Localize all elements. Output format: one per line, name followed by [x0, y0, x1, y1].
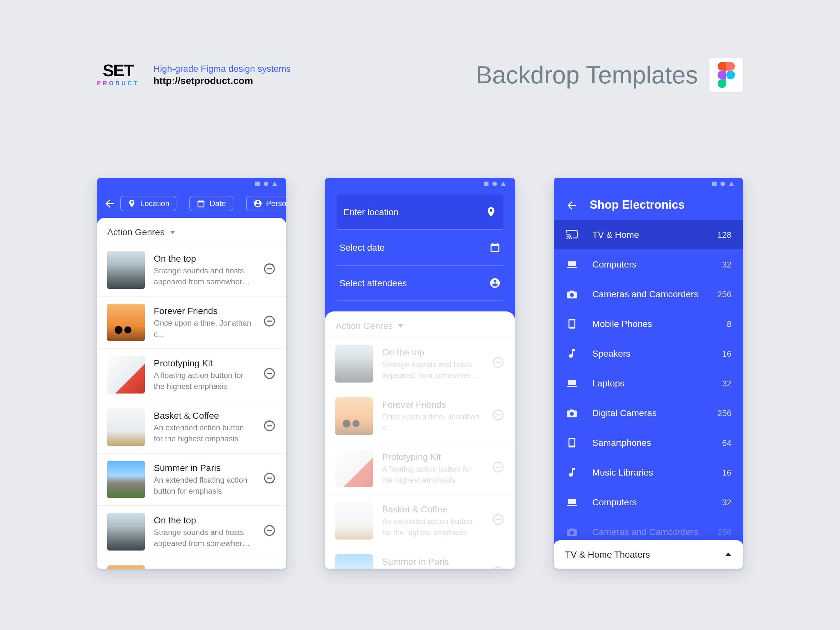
status-square-icon: [484, 181, 488, 186]
phone-icon: [565, 437, 578, 448]
list-item-title: On the top: [154, 254, 254, 264]
remove-button[interactable]: [491, 513, 504, 529]
list-item[interactable]: Forever FriendsOnce upon a time, Jonatha…: [97, 297, 287, 349]
category-label: Cameras and Camcorders: [592, 289, 703, 299]
front-sheet-dimmed: Action Genres On the topStrange sounds a…: [325, 311, 515, 568]
location-pin-icon: [127, 199, 136, 208]
genre-dropdown[interactable]: Action Genres: [325, 311, 515, 337]
category-label: Digital Cameras: [592, 408, 703, 418]
list-item[interactable]: Prototyping KitA floating action button …: [325, 443, 515, 495]
thumbnail: [107, 408, 145, 446]
category-item[interactable]: Mobile Phones8: [553, 309, 743, 339]
location-chip-label: Location: [140, 199, 170, 208]
date-chip[interactable]: Date: [189, 196, 233, 211]
remove-button[interactable]: [263, 367, 276, 382]
category-label: Music Libraries: [592, 467, 708, 477]
laptop-icon: [565, 259, 578, 270]
svg-point-23: [493, 567, 503, 568]
remove-button[interactable]: [263, 419, 276, 435]
category-item[interactable]: Samartphones64: [553, 428, 743, 458]
list-item[interactable]: On the topStrange sounds and hosts appea…: [97, 244, 287, 297]
category-item[interactable]: TV & Home128: [553, 220, 743, 249]
remove-button[interactable]: [263, 524, 276, 540]
laptop-icon: [565, 377, 578, 389]
remove-button[interactable]: [491, 356, 504, 371]
list-item[interactable]: Basket & CoffeeAn extended action button…: [97, 401, 287, 453]
status-circle-icon: [492, 181, 497, 186]
list-item[interactable]: On the topStrange sounds and hosts appea…: [97, 506, 287, 558]
list-item[interactable]: Prototyping KitA floating action button …: [97, 349, 287, 401]
list-item[interactable]: Basket & CoffeeAn extended action button…: [325, 495, 515, 547]
remove-circle-icon: [491, 513, 504, 526]
personal-chip[interactable]: Personal: [246, 196, 286, 211]
list-item[interactable]: On the topStrange sounds and hosts appea…: [325, 338, 515, 390]
list-item-subtitle: Strange sounds and hosts appeared from s…: [382, 360, 483, 381]
back-button[interactable]: [103, 197, 116, 210]
select-date-label: Select date: [339, 242, 385, 253]
category-item[interactable]: Laptops32: [553, 368, 743, 398]
category-count: 256: [718, 289, 731, 299]
thumbnail: [107, 565, 145, 568]
list-item-title: Prototyping Kit: [382, 452, 483, 462]
list-item[interactable]: Forever FriendsOnce upon a time, Jonatha…: [325, 390, 515, 443]
phone-icon: [565, 318, 578, 330]
list-item-subtitle: An extended action button for the highes…: [154, 423, 254, 444]
brand-tagline: High-grade Figma design systems: [153, 64, 291, 74]
front-sheet: Action Genres On the topStrange sounds a…: [97, 218, 287, 568]
remove-circle-icon: [491, 565, 504, 568]
remove-button[interactable]: [263, 315, 276, 330]
select-date-field[interactable]: Select date: [337, 230, 503, 265]
status-triangle-icon: [501, 181, 505, 186]
category-item[interactable]: Digital Cameras256: [553, 398, 743, 428]
brand-url[interactable]: http://setproduct.com: [153, 75, 291, 86]
date-chip-label: Date: [210, 199, 226, 208]
calendar-icon: [489, 242, 501, 253]
list-item[interactable]: Summer in ParisAn extended floating acti…: [97, 453, 287, 506]
category-count: 64: [722, 438, 731, 447]
select-attendees-field[interactable]: Select attendees: [337, 265, 503, 301]
status-square-icon: [712, 181, 717, 186]
category-item[interactable]: Music Libraries16: [553, 458, 743, 487]
camera-icon: [565, 407, 578, 419]
chevron-down-icon: [170, 231, 175, 234]
category-item[interactable]: Computers32: [553, 249, 743, 279]
remove-button[interactable]: [263, 472, 276, 487]
category-item[interactable]: Computers32: [553, 487, 743, 517]
category-label: Mobile Phones: [592, 319, 712, 329]
category-count: 16: [722, 349, 731, 358]
remove-button[interactable]: [491, 565, 504, 568]
list-item-subtitle: Once upon a time, Jonathan c...: [382, 412, 483, 433]
list-item-subtitle: Strange sounds and hosts appeared from s…: [154, 266, 254, 287]
category-item[interactable]: Cameras and Camcorders256: [553, 279, 743, 309]
remove-circle-icon: [491, 356, 504, 369]
template-backdrop-collapsed: Location Date Personal Action Genres: [97, 178, 287, 568]
remove-circle-icon: [263, 472, 276, 485]
list-item-subtitle: Strange sounds and hosts appeared from s…: [154, 527, 254, 549]
genre-dropdown[interactable]: Action Genres: [97, 218, 287, 243]
list-item-title: Forever Friends: [154, 306, 254, 316]
remove-circle-icon: [491, 461, 504, 474]
category-label: Computers: [592, 259, 708, 270]
remove-button[interactable]: [491, 461, 504, 476]
category-count: 32: [722, 259, 731, 269]
category-label: TV & Home: [592, 229, 703, 240]
back-button[interactable]: [565, 199, 578, 212]
list-item-title: Basket & Coffee: [154, 411, 254, 421]
content-list[interactable]: On the topStrange sounds and hosts appea…: [97, 244, 287, 568]
thumbnail: [107, 251, 145, 289]
category-label: Speakers: [592, 348, 708, 358]
template-backdrop-expanded: Enter location Select date Select attend…: [325, 178, 515, 568]
list-item[interactable]: Summer in ParisAn extended floating acti…: [325, 547, 515, 568]
bottom-sheet-collapsed[interactable]: TV & Home Theaters: [553, 540, 743, 568]
calendar-icon: [197, 199, 206, 208]
remove-button[interactable]: [263, 262, 276, 278]
svg-point-0: [726, 71, 735, 79]
remove-button[interactable]: [491, 408, 504, 424]
list-item-title: Forever Friends: [154, 568, 254, 568]
list-item[interactable]: Forever FriendsOnce upon a time, Jonatha…: [97, 558, 287, 568]
enter-location-field[interactable]: Enter location: [337, 194, 503, 230]
location-chip[interactable]: Location: [120, 196, 177, 211]
camera-icon: [565, 288, 578, 300]
category-list[interactable]: TV & Home128Computers32Cameras and Camco…: [553, 220, 743, 568]
category-item[interactable]: Speakers16: [553, 339, 743, 368]
